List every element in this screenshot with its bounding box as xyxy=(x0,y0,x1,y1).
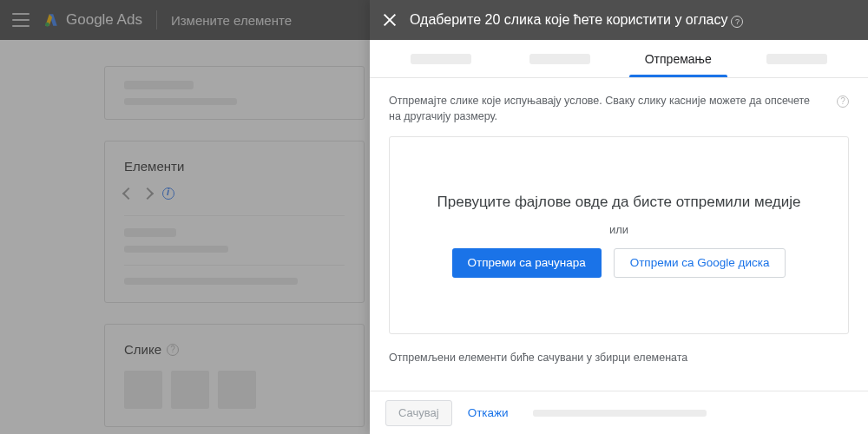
modal-body: Отпремајте слике које испуњавају услове.… xyxy=(370,78,868,391)
modal-footer: Сачувај Откажи xyxy=(370,391,868,434)
help-icon[interactable]: ? xyxy=(731,16,743,28)
modal-tabs: Отпремање xyxy=(370,40,868,78)
cancel-button[interactable]: Откажи xyxy=(468,406,509,419)
tab-placeholder-1[interactable] xyxy=(382,40,501,77)
upload-hint: Отпремајте слике које испуњавају услове.… xyxy=(389,94,849,124)
image-picker-modal: Одаберите 20 слика које ћете користити у… xyxy=(370,0,868,434)
dropzone-or: или xyxy=(609,223,628,236)
modal-title: Одаберите 20 слика које ћете користити у… xyxy=(410,12,743,28)
tab-placeholder-2[interactable] xyxy=(501,40,620,77)
upload-from-computer-button[interactable]: Отпреми са рачунара xyxy=(452,248,602,278)
footer-placeholder xyxy=(524,410,852,417)
close-icon[interactable] xyxy=(382,12,398,28)
tab-placeholder-3[interactable] xyxy=(738,40,857,77)
modal-backdrop[interactable] xyxy=(0,0,370,434)
upload-from-drive-button[interactable]: Отпреми са Google диска xyxy=(614,248,786,278)
save-button[interactable]: Сачувај xyxy=(385,400,452,426)
dropzone-title: Превуците фајлове овде да бисте отпремил… xyxy=(437,194,801,211)
upload-dropzone[interactable]: Превуците фајлове овде да бисте отпремил… xyxy=(389,136,849,334)
help-icon[interactable]: ? xyxy=(837,95,849,108)
tab-upload[interactable]: Отпремање xyxy=(619,40,738,77)
modal-header: Одаберите 20 слика које ћете користити у… xyxy=(370,0,868,40)
upload-note: Отпремљени елементи биће сачувани у збир… xyxy=(389,352,849,364)
